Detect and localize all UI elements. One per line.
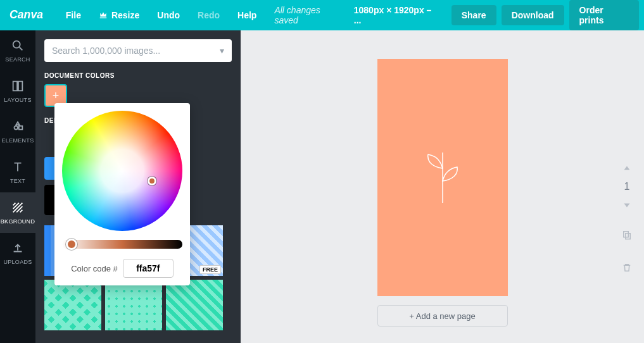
text-icon (11, 160, 25, 174)
svg-rect-3 (18, 82, 22, 91)
crown-icon (99, 11, 108, 20)
color-code-label: Color code # (71, 264, 118, 273)
menu-file[interactable]: File (57, 5, 90, 25)
tab-uploads[interactable]: UPLOADS (0, 233, 35, 273)
svg-point-1 (13, 41, 20, 48)
order-prints-button[interactable]: Order prints (569, 0, 639, 30)
download-button[interactable]: Download (502, 5, 564, 25)
background-icon (11, 201, 25, 215)
search-placeholder: Search 1,000,000 images... (52, 46, 160, 56)
tool-tabs: SEARCH LAYOUTS ELEMENTS TEXT BKGROUND UP… (0, 30, 35, 343)
save-status: All changes saved (265, 5, 346, 25)
menu-resize[interactable]: Resize (90, 5, 148, 25)
page-down-button[interactable] (621, 199, 633, 210)
duplicate-page-button[interactable] (621, 229, 633, 243)
tab-layouts-label: LAYOUTS (4, 97, 31, 103)
pattern-thumb[interactable] (166, 280, 223, 330)
pattern-thumb[interactable] (105, 280, 162, 330)
tab-background-label: BKGROUND (1, 218, 35, 225)
tab-uploads-label: UPLOADS (3, 259, 32, 265)
page-number: 1 (624, 181, 630, 192)
page-up-button[interactable] (621, 163, 633, 175)
color-code-input[interactable] (123, 259, 174, 278)
canvas-area: + Add a new page 1 (241, 30, 644, 343)
canva-logo[interactable]: Canva (9, 0, 53, 30)
upload-icon (11, 241, 25, 255)
chevron-down-icon: ▾ (220, 46, 224, 56)
add-page-button[interactable]: + Add a new page (377, 305, 508, 327)
svg-rect-2 (13, 82, 17, 91)
color-wheel[interactable] (62, 111, 182, 231)
side-panel: Search 1,000,000 images... ▾ DOCUMENT CO… (35, 30, 241, 343)
page-side-controls: 1 (621, 163, 633, 276)
tab-text-label: TEXT (10, 178, 25, 184)
tab-elements-label: ELEMENTS (2, 137, 34, 144)
shade-slider[interactable] (62, 240, 182, 249)
menu-redo[interactable]: Redo (189, 5, 229, 25)
search-icon (11, 39, 25, 53)
tab-background[interactable]: BKGROUND (0, 192, 35, 233)
canvas-dimensions[interactable]: 1080px × 1920px – ... (346, 5, 446, 25)
pattern-thumb[interactable] (44, 280, 101, 330)
leaf-graphic (420, 149, 465, 206)
share-button[interactable]: Share (451, 5, 496, 25)
search-input[interactable]: Search 1,000,000 images... ▾ (44, 39, 232, 62)
free-badge: FREE (199, 265, 221, 274)
delete-page-button[interactable] (621, 262, 633, 276)
elements-icon (11, 120, 25, 134)
design-page[interactable] (377, 59, 508, 296)
tab-layouts[interactable]: LAYOUTS (0, 71, 35, 111)
tab-text[interactable]: TEXT (0, 152, 35, 192)
document-colors-label: DOCUMENT COLORS (44, 72, 232, 79)
color-wheel-handle[interactable] (148, 177, 156, 185)
top-bar: Canva File Resize Undo Redo Help All cha… (0, 0, 644, 30)
layouts-icon (11, 79, 25, 93)
menu-undo[interactable]: Undo (148, 5, 189, 25)
tab-search-label: SEARCH (5, 56, 30, 63)
tab-search[interactable]: SEARCH (0, 30, 35, 71)
menu-help[interactable]: Help (229, 5, 265, 25)
tab-elements[interactable]: ELEMENTS (0, 111, 35, 152)
menu-resize-label: Resize (111, 10, 139, 20)
main-menu: File Resize Undo Redo Help All changes s… (57, 5, 346, 25)
svg-text:Canva: Canva (9, 8, 43, 21)
shade-slider-handle[interactable] (66, 239, 77, 250)
color-picker-popover: Color code # (54, 103, 190, 285)
